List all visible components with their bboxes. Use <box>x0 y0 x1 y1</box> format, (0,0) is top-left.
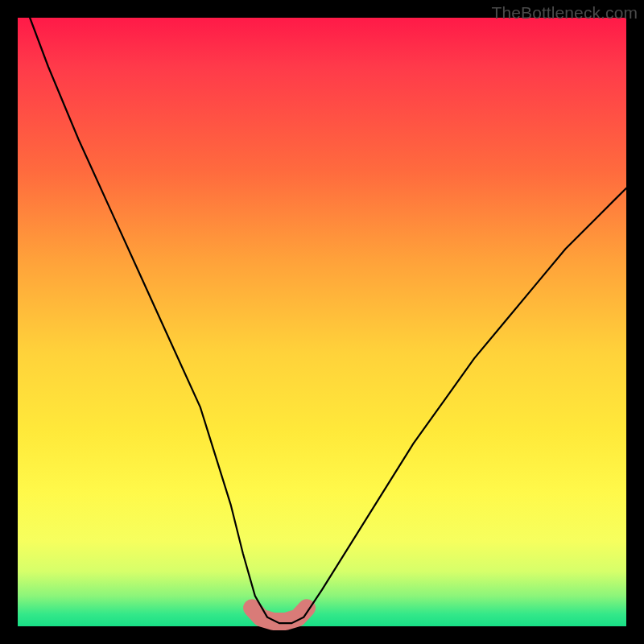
chart-frame: TheBottleneck.com <box>0 0 644 644</box>
plot-area <box>18 18 626 626</box>
watermark-text: TheBottleneck.com <box>492 3 638 23</box>
curve-layer <box>18 18 626 626</box>
bottleneck-curve <box>30 18 626 623</box>
